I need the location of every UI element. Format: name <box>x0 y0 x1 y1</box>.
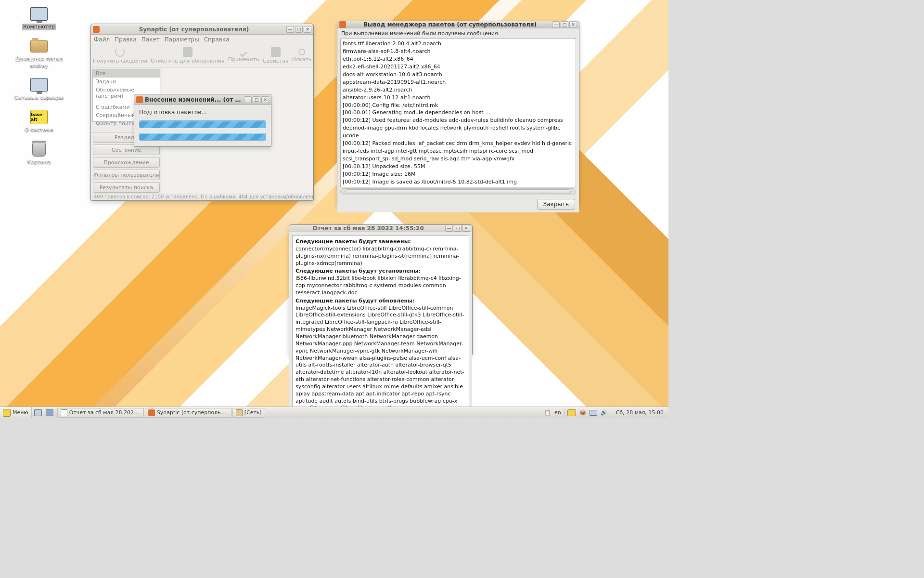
report-section-heading: Следующие пакеты будут обновлены: <box>295 298 466 305</box>
reload-icon <box>115 47 125 57</box>
close-button[interactable]: ✕ <box>569 21 577 28</box>
log-line: ethtool-1:5.12-alt2.x86_64 <box>343 55 574 63</box>
task-network[interactable]: [Сеть] <box>232 408 265 418</box>
close-button[interactable]: ✕ <box>304 26 311 33</box>
maximize-button[interactable]: □ <box>295 26 303 33</box>
side-custom-filters[interactable]: Фильтры пользователя <box>93 170 160 180</box>
maximize-button[interactable]: □ <box>454 225 462 232</box>
log-line: [00:00:00] Config file: /etc/initrd.mk <box>343 102 574 109</box>
task-synaptic[interactable]: Synaptic (от суперпользо… <box>145 408 231 418</box>
menu-edit[interactable]: Правка <box>115 36 137 43</box>
taskbar-clock[interactable]: Сб, 28 мая, 15:00 <box>614 409 666 416</box>
minimize-button[interactable]: — <box>286 26 294 33</box>
menu-help[interactable]: Справка <box>204 36 230 43</box>
maximize-button[interactable]: □ <box>253 96 260 103</box>
taskbar: Меню Отчет за сб мая 28 2022 … Synaptic … <box>0 407 668 418</box>
side-search-results[interactable]: Результаты поиска <box>93 182 160 193</box>
output-app-icon <box>339 21 346 28</box>
log-line: [00:00:12] Image size: 16M <box>343 171 574 178</box>
synaptic-menubar: Файл Правка Пакет Параметры Справка <box>91 35 313 44</box>
desktop-icon-computer[interactable]: Компьютер <box>9 6 69 30</box>
output-titlebar[interactable]: Вывод менеджера пакетов (от суперпользов… <box>337 21 579 28</box>
toolbar-apply[interactable]: Применить <box>228 49 259 63</box>
minimize-button[interactable]: — <box>552 21 560 28</box>
horizontal-scrollbar[interactable] <box>340 188 576 195</box>
quicklaunch-show-desktop[interactable] <box>33 408 43 418</box>
tray-network-icon[interactable] <box>590 409 597 417</box>
minimize-button[interactable]: — <box>244 96 252 103</box>
toolbar-mark-upgrades[interactable]: Отметить для обновления <box>151 47 225 64</box>
toolbar-reload[interactable]: Получить сведения <box>93 47 147 64</box>
desktop-icon-network-servers[interactable]: Сетевые серверы <box>9 77 69 101</box>
category-tasks[interactable]: Задачи <box>93 78 160 86</box>
minimize-button[interactable]: — <box>445 225 453 232</box>
output-header: При выполнении изменений были получены с… <box>337 28 579 39</box>
synaptic-app-icon <box>93 26 100 33</box>
menu-package[interactable]: Пакет <box>141 36 160 43</box>
tray-display-icon[interactable] <box>567 409 576 416</box>
progress-label: Подготовка пакетов... <box>139 109 266 116</box>
log-line: alterator-users-10.12-alt1.noarch <box>343 94 574 102</box>
close-button[interactable]: ✕ <box>261 96 269 103</box>
keyboard-layout-indicator[interactable]: en <box>554 409 561 416</box>
log-line: [00:00:12] Unpacked size: 55M <box>343 163 574 171</box>
maximize-button[interactable]: □ <box>561 21 568 28</box>
progress-titlebar[interactable]: Внесение изменений... (от суперпользоват… <box>134 94 271 105</box>
report-title: Отчет за сб мая 28 2022 14:55:20 <box>291 225 445 232</box>
report-section-body: ImageMagick-tools LibreOffice-still Libr… <box>295 305 466 412</box>
report-window: Отчет за сб мая 28 2022 14:55:20 — □ ✕ С… <box>289 224 473 355</box>
report-section-body: i586-libunwind.32bit libe-book libixion … <box>295 275 466 297</box>
menu-settings[interactable]: Параметры <box>165 36 199 43</box>
side-origin[interactable]: Происхождение <box>93 157 160 168</box>
progress-title: Внесение изменений... (от суперпользоват… <box>145 96 244 103</box>
log-line: appstream-data-20190919-alt1.noarch <box>343 79 574 86</box>
synaptic-title: Synaptic (от суперпользователя) <box>102 26 286 33</box>
quicklaunch-workspaces[interactable] <box>45 408 54 418</box>
desktop-icon-home[interactable]: Домашняя папка andrey <box>9 38 69 69</box>
properties-icon <box>271 47 281 57</box>
search-icon <box>298 49 305 55</box>
close-button[interactable]: ✕ <box>462 225 470 232</box>
document-icon <box>61 409 67 416</box>
report-text[interactable]: Следующие пакеты будут заменены:connecto… <box>292 235 469 414</box>
synaptic-statusbar: 409 пакетов в списке, 2100 установлено, … <box>91 194 313 200</box>
report-section-heading: Следующие пакеты будут заменены: <box>295 238 466 246</box>
close-output-button[interactable]: Закрыть <box>537 199 575 210</box>
desktop-icon-about-system[interactable]: base alt О системе <box>9 109 69 133</box>
output-title: Вывод менеджера пакетов (от суперпользов… <box>348 21 552 28</box>
log-line: firmware-alsa-sof-1.8-alt4.noarch <box>343 48 574 55</box>
toolbar-properties[interactable]: Свойства <box>263 47 289 64</box>
log-line: ansible-2.9.26-alt2.noarch <box>343 86 574 94</box>
start-menu-button[interactable]: Меню <box>0 407 32 418</box>
progress-dialog: Внесение изменений... (от суперпользоват… <box>134 94 271 147</box>
log-line: [00:00:12] Packed modules: af_packet cec… <box>343 140 574 163</box>
menu-file[interactable]: Файл <box>94 36 110 43</box>
progress-app-icon <box>136 96 143 103</box>
synaptic-toolbar: Получить сведения Отметить для обновлени… <box>91 44 313 67</box>
log-line: docs-alt-workstation-10.0-alt3.noarch <box>343 71 574 79</box>
report-section-body: connector(myconnector) librabbitmq-c(rab… <box>295 246 466 267</box>
synaptic-titlebar[interactable]: Synaptic (от суперпользователя) — □ ✕ <box>91 24 313 35</box>
log-line: fonts-ttf-liberation-2.00.4-alt2.noarch <box>343 40 574 48</box>
start-menu-icon <box>3 409 11 417</box>
report-section-heading: Следующие пакеты будут установлены: <box>295 268 466 275</box>
log-line: [00:00:12] Image is saved as /boot/initr… <box>343 178 574 186</box>
folder-icon <box>236 409 243 416</box>
tray-volume-icon[interactable]: 🔊 <box>600 409 608 417</box>
progress-bar-2 <box>139 133 266 141</box>
category-all[interactable]: Все <box>93 69 160 78</box>
report-titlebar[interactable]: Отчет за сб мая 28 2022 14:55:20 — □ ✕ <box>289 225 472 232</box>
output-log[interactable]: fonts-ttf-liberation-2.00.4-alt2.noarchf… <box>340 39 576 187</box>
mark-icon <box>183 47 192 57</box>
toolbar-search[interactable]: Искать <box>292 49 312 63</box>
progress-bar-1 <box>139 120 266 128</box>
synaptic-icon <box>148 409 155 416</box>
package-output-window: Вывод менеджера пакетов (от суперпользов… <box>337 21 579 205</box>
tray-clipboard-icon[interactable]: 📋 <box>544 409 552 417</box>
tray-updates-icon[interactable]: 📦 <box>579 409 587 417</box>
log-line: [00:00:01] Generating module dependencie… <box>343 109 574 117</box>
log-line: [00:00:12] Used features: add-modules ad… <box>343 117 574 140</box>
log-line: edk2-efi-shell-20201127-alt2.x86_64 <box>343 63 574 71</box>
desktop-icon-trash[interactable]: Корзина <box>9 141 69 166</box>
task-report[interactable]: Отчет за сб мая 28 2022 … <box>57 408 144 418</box>
